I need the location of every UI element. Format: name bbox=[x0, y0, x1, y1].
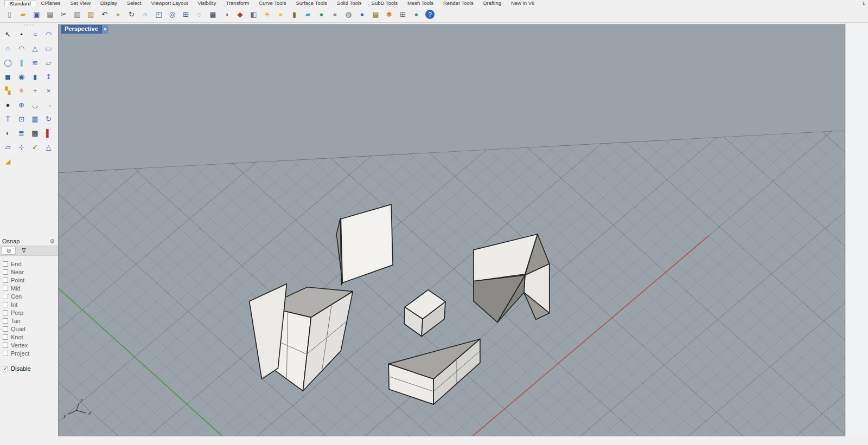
menu-tab-drafting[interactable]: Drafting bbox=[478, 0, 506, 7]
menu-tab-viewport-layout[interactable]: Viewport Layout bbox=[146, 0, 193, 7]
gumball-icon[interactable]: ⊹ bbox=[15, 140, 28, 154]
sketch-curve-icon[interactable]: ◠ bbox=[42, 27, 55, 41]
array-grid-icon[interactable]: ▩ bbox=[28, 126, 42, 140]
sphere-checker-icon[interactable]: ◍ bbox=[343, 9, 354, 20]
checkbox[interactable] bbox=[3, 269, 8, 275]
checkbox[interactable]: ✓ bbox=[3, 366, 8, 371]
menu-tab-surface-tools[interactable]: Surface Tools bbox=[291, 0, 331, 7]
surface-corners-icon[interactable]: ▱ bbox=[42, 55, 55, 69]
rectangle-icon[interactable]: ▭ bbox=[42, 41, 55, 55]
palette-drag-handle[interactable] bbox=[0, 23, 58, 27]
offset-icon[interactable]: ∥ bbox=[15, 55, 28, 69]
zoom-selected-icon[interactable]: ◎ bbox=[167, 9, 178, 20]
checkbox[interactable] bbox=[3, 318, 8, 324]
notes-icon[interactable]: ▤ bbox=[370, 9, 381, 20]
shape-open-box[interactable] bbox=[474, 234, 550, 323]
join-icon[interactable]: ⊕ bbox=[15, 98, 28, 112]
osnap-option-tan[interactable]: Tan bbox=[3, 317, 58, 325]
menu-tab-set-view[interactable]: Set View bbox=[65, 0, 95, 7]
sun-icon[interactable]: ✳ bbox=[261, 9, 273, 20]
arc-icon[interactable]: ◠ bbox=[15, 41, 28, 55]
checkbox[interactable] bbox=[3, 334, 8, 340]
checkbox[interactable] bbox=[3, 294, 8, 299]
viewport-canvas[interactable]: xyz bbox=[59, 25, 845, 436]
chevron-down-icon[interactable]: ▼ bbox=[101, 25, 108, 34]
surface-sphere-icon[interactable]: ◐ bbox=[1, 126, 15, 140]
curve-points-icon[interactable]: ≈ bbox=[28, 27, 42, 41]
checkbox[interactable] bbox=[3, 351, 8, 356]
rotate-view-icon[interactable]: ↻ bbox=[126, 9, 137, 20]
menu-tab-standard[interactable]: Standard bbox=[4, 0, 36, 7]
text-icon[interactable]: T bbox=[1, 112, 15, 126]
cylinder-icon[interactable]: ▮ bbox=[28, 69, 42, 83]
cut-icon[interactable]: ✂ bbox=[58, 9, 69, 20]
ellipse-icon[interactable]: ◯ bbox=[1, 55, 15, 69]
sphere-blue-icon[interactable]: ● bbox=[356, 9, 368, 20]
checkbox[interactable] bbox=[3, 261, 8, 267]
osnap-option-point[interactable]: Point bbox=[3, 276, 58, 284]
print-icon[interactable]: ▤ bbox=[44, 9, 56, 20]
point-icon[interactable]: • bbox=[15, 27, 28, 41]
array-icon[interactable]: ▦ bbox=[28, 112, 42, 126]
undo-icon[interactable]: ↶ bbox=[99, 9, 110, 20]
lock-icon[interactable]: ▮ bbox=[289, 9, 300, 20]
checkbox[interactable] bbox=[3, 326, 8, 332]
rhino-render-icon[interactable]: ◆ bbox=[234, 9, 246, 20]
extrude-icon[interactable]: ↥ bbox=[42, 69, 55, 83]
zoom-dynamic-icon[interactable]: ○ bbox=[139, 9, 151, 20]
osnap-option-project[interactable]: Project bbox=[3, 349, 58, 357]
perspective-viewport[interactable]: xyz Perspective ▼ bbox=[58, 24, 845, 436]
polyline-icon[interactable]: △ bbox=[28, 41, 42, 55]
checkbox[interactable] bbox=[3, 310, 8, 315]
render-preview-icon[interactable]: ◧ bbox=[248, 9, 259, 20]
pan-icon[interactable]: ● bbox=[112, 9, 124, 20]
menu-tab-transform[interactable]: Transform bbox=[221, 0, 254, 7]
osnap-option-vertex[interactable]: Vertex bbox=[3, 341, 58, 349]
menu-tab-select[interactable]: Select bbox=[122, 0, 146, 7]
curve-boolean-icon[interactable]: ● bbox=[316, 9, 327, 20]
trim-icon[interactable]: × bbox=[42, 83, 55, 98]
menu-tab-solid-tools[interactable]: Solid Tools bbox=[332, 0, 367, 7]
orient-icon[interactable]: △ bbox=[42, 140, 55, 154]
check-icon[interactable]: ✓ bbox=[28, 140, 42, 154]
osnap-option-end[interactable]: End bbox=[3, 260, 58, 268]
osnap-option-disable[interactable]: ✓Disable bbox=[3, 364, 58, 372]
osnap-option-near[interactable]: Near bbox=[3, 268, 58, 276]
open-file-icon[interactable]: ▰ bbox=[17, 9, 29, 20]
gear-orange-icon[interactable]: ✱ bbox=[384, 9, 395, 20]
fillet-icon[interactable]: ◡ bbox=[28, 98, 42, 112]
osnap-option-perp[interactable]: Perp bbox=[3, 308, 58, 317]
insert-block-icon[interactable]: ▌ bbox=[42, 126, 55, 140]
osnap-option-quad[interactable]: Quad bbox=[3, 325, 58, 333]
osnap-option-mid[interactable]: Mid bbox=[3, 284, 58, 292]
copy-icon[interactable]: ▥ bbox=[72, 9, 83, 20]
explode-icon[interactable]: ✳ bbox=[15, 83, 28, 98]
menu-tab-render-tools[interactable]: Render Tools bbox=[438, 0, 478, 7]
osnap-option-int[interactable]: Int bbox=[3, 300, 58, 308]
surface-cyan-icon[interactable]: ▰ bbox=[302, 9, 314, 20]
help-icon[interactable]: ? bbox=[425, 10, 435, 19]
circle-icon[interactable]: ○ bbox=[1, 41, 15, 55]
scale-icon[interactable]: ⊡ bbox=[15, 112, 28, 126]
select-arrow-icon[interactable]: ↖ bbox=[1, 27, 15, 41]
shade-icon[interactable]: ◑ bbox=[221, 9, 232, 20]
new-file-icon[interactable]: ▯ bbox=[4, 9, 15, 20]
blend-curve-icon[interactable]: ≋ bbox=[28, 55, 42, 69]
viewport-layout-icon[interactable]: ▦ bbox=[207, 9, 219, 20]
menu-tab-cplanes[interactable]: CPlanes bbox=[36, 0, 66, 7]
osnap-toggle-button[interactable]: ⊘ bbox=[2, 247, 16, 255]
move-icon[interactable]: + bbox=[28, 83, 42, 98]
zoom-target-icon[interactable]: ◌ bbox=[194, 9, 205, 20]
shape-small-box[interactable] bbox=[404, 290, 445, 337]
menu-tab-subd-tools[interactable]: SubD Tools bbox=[367, 0, 403, 7]
dark-sphere-icon[interactable]: ● bbox=[1, 98, 15, 112]
plane-icon[interactable]: ▱ bbox=[1, 140, 15, 154]
menu-tab-display[interactable]: Display bbox=[95, 0, 122, 7]
grid-snap-icon[interactable]: ⊞ bbox=[397, 9, 409, 20]
checkbox[interactable] bbox=[3, 278, 8, 283]
lightbulb-icon[interactable]: ● bbox=[275, 9, 286, 20]
menu-tab-new-in-v8[interactable]: New in V8 bbox=[506, 0, 539, 7]
gear-icon[interactable]: ⚙ bbox=[49, 238, 55, 245]
osnap-option-cen[interactable]: Cen bbox=[3, 292, 58, 300]
save-icon[interactable]: ▣ bbox=[31, 9, 42, 20]
